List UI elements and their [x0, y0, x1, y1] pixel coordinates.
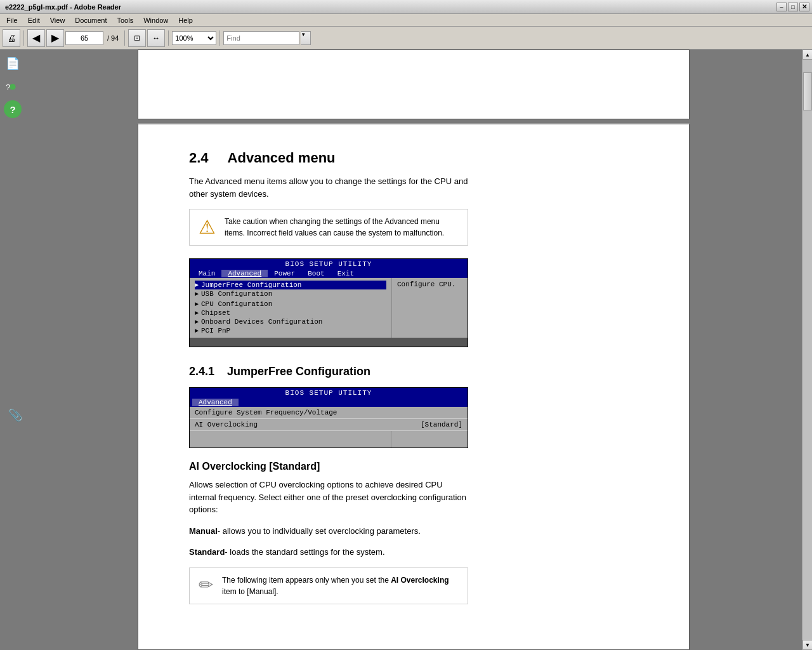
menu-bar: File Edit View Document Tools Window Hel… — [0, 14, 812, 27]
toolbar-sep-1 — [23, 30, 24, 46]
ai-overclocking-body: Allows selection of CPU overclocking opt… — [189, 479, 468, 516]
bios-screenshot-1: BIOS SETUP UTILITY Main Advanced Power B… — [189, 258, 468, 347]
menu-file[interactable]: File — [1, 15, 23, 25]
pdf-page: 2.4Advanced menu The Advanced menu items… — [138, 123, 690, 650]
warning-box: ⚠ Take caution when changing the setting… — [189, 209, 468, 246]
bios-menu-exit: Exit — [331, 270, 360, 277]
scrollbar-track[interactable] — [802, 60, 812, 640]
menu-edit[interactable]: Edit — [23, 15, 45, 25]
note-text: The following item appears only when you… — [222, 574, 459, 597]
forward-button[interactable]: ▶ — [46, 29, 64, 47]
menu-view[interactable]: View — [45, 15, 70, 25]
help-icon[interactable]: ●? — [4, 77, 22, 95]
left-sidebar: 📄 ●? ? 📎 — [0, 50, 25, 650]
pages-panel-icon[interactable]: 📄 — [4, 55, 22, 72]
bios-row-0: Configure System Frequency/Voltage — [190, 407, 468, 419]
note-box: ✏ The following item appears only when y… — [189, 567, 468, 604]
zoom-select[interactable]: 100% 75% 150% — [172, 31, 216, 45]
bios-body-1: ► JumperFree Configuration ► USB Configu… — [190, 278, 468, 338]
find-dropdown-button[interactable]: ▼ — [301, 31, 311, 45]
attachment-icon[interactable]: 📎 — [6, 406, 24, 424]
section-241-heading: 2.4.1JumperFree Configuration — [189, 365, 638, 378]
bios-title-1: BIOS SETUP UTILITY — [190, 259, 468, 269]
page-total: / 94 — [105, 34, 121, 42]
bios-menu-main: Main — [192, 270, 221, 277]
scrollbar-thumb[interactable] — [803, 72, 812, 110]
main-layout: 📄 ●? ? 📎 2.4Advanced menu The Advanced m… — [0, 50, 812, 650]
bios-item-6: ► PCI PnP — [195, 326, 386, 335]
bios-row-1: AI Overclocking [Standard] — [190, 419, 468, 431]
bios-bottom-2 — [190, 431, 468, 448]
ai-manual-line: Manual- allows you to individually set o… — [189, 525, 468, 538]
toolbar-sep-3 — [168, 30, 169, 46]
section-24-body: The Advanced menu items allow you to cha… — [189, 175, 468, 200]
bios-item-4: ► Chipset — [195, 308, 386, 317]
menu-window[interactable]: Window — [138, 15, 173, 25]
bios-right-text: Configure CPU. — [391, 278, 468, 338]
page-top-cut — [138, 50, 690, 119]
section-24-heading: 2.4Advanced menu — [189, 150, 638, 166]
warning-icon: ⚠ — [199, 216, 216, 238]
pdf-area: 2.4Advanced menu The Advanced menu items… — [25, 50, 802, 650]
ai-standard-line: Standard- loads the standard settings fo… — [189, 546, 468, 559]
bios-item-1: ► USB Configuration — [195, 289, 386, 298]
bios-item-0: ► JumperFree Configuration — [195, 281, 386, 289]
print-button[interactable]: 🖨 — [3, 29, 20, 47]
menu-tools[interactable]: Tools — [112, 15, 139, 25]
bios-menubar-1: Main Advanced Power Boot Exit — [190, 269, 468, 278]
back-button[interactable]: ◀ — [27, 29, 45, 47]
bios-menu-advanced: Advanced — [221, 270, 268, 277]
bios-item-5: ► Onboard Devices Configuration — [195, 317, 386, 326]
bios-menu-boot: Boot — [301, 270, 331, 277]
fit-page-button[interactable]: ⊡ — [128, 29, 146, 47]
menu-document[interactable]: Document — [70, 15, 112, 25]
scroll-down-button[interactable]: ▼ — [802, 640, 812, 650]
toolbar: 🖨 ◀ ▶ / 94 ⊡ ↔ 100% 75% 150% ▼ — [0, 27, 812, 50]
bios-screenshot-2: BIOS SETUP UTILITY Advanced Configure Sy… — [189, 387, 468, 448]
menu-help[interactable]: Help — [173, 15, 198, 25]
warning-text: Take caution when changing the settings … — [225, 216, 459, 239]
ai-overclocking-heading: AI Overclocking [Standard] — [189, 461, 638, 472]
bios-menu-power: Power — [268, 270, 301, 277]
page-number-input[interactable] — [65, 31, 103, 45]
note-icon: ✏ — [199, 574, 213, 595]
bios-menubar-2: Advanced — [190, 398, 468, 407]
minimize-button[interactable]: – — [776, 3, 787, 11]
bios-menu-advanced-2: Advanced — [192, 399, 239, 406]
toolbar-sep-2 — [124, 30, 125, 46]
title-bar: e2222_p5gl-mx.pdf - Adobe Reader – □ ✕ — [0, 0, 812, 14]
info-button[interactable]: ? — [4, 100, 22, 118]
bios-item-3: ► CPU Configuration — [195, 300, 386, 308]
bios-footer-1 — [190, 338, 468, 347]
window-controls: – □ ✕ — [776, 3, 809, 11]
bios-items-list: ► JumperFree Configuration ► USB Configu… — [190, 278, 391, 338]
window-title: e2222_p5gl-mx.pdf - Adobe Reader — [3, 3, 121, 11]
find-input[interactable] — [223, 31, 299, 45]
scroll-up-button[interactable]: ▲ — [802, 50, 812, 60]
close-button[interactable]: ✕ — [799, 3, 809, 11]
toolbar-sep-4 — [219, 30, 220, 46]
bios-title-2: BIOS SETUP UTILITY — [190, 388, 468, 398]
fit-width-button[interactable]: ↔ — [147, 29, 165, 47]
maximize-button[interactable]: □ — [788, 3, 798, 11]
right-scrollbar: ▲ ▼ — [802, 50, 812, 650]
bios-body-2: Configure System Frequency/Voltage AI Ov… — [190, 407, 468, 448]
